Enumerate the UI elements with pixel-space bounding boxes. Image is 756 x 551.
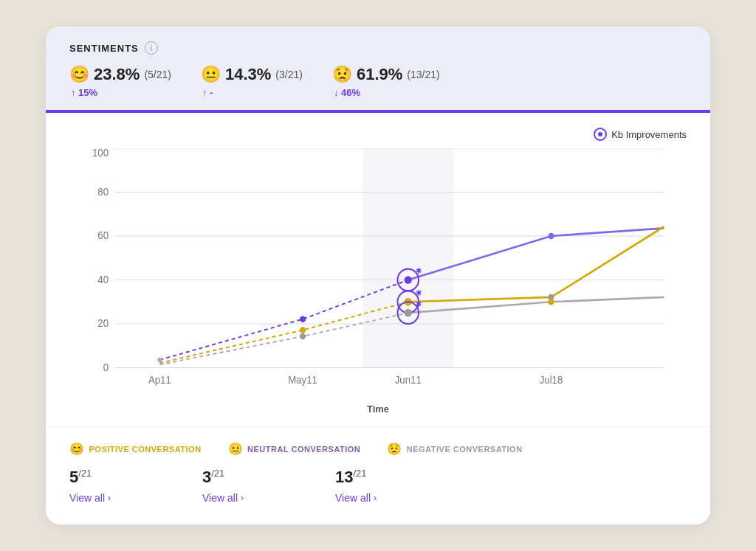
negative-total: /21: [353, 468, 366, 479]
negative-emoji: 😟: [332, 65, 352, 84]
positive-percentage: 23.8%: [94, 65, 140, 84]
svg-point-17: [300, 316, 306, 323]
negative-count-group: 13/21 View all ›: [335, 468, 468, 503]
svg-text:100: 100: [92, 148, 109, 159]
neutral-count: (3/21): [275, 69, 303, 80]
page-title: SENTIMENTS: [69, 43, 139, 54]
neutral-cat-text: NEUTRAL CONVERSATION: [247, 445, 360, 454]
chart-container: 0 20 40 60 80 100 Ap11 May11 Jun11 Jul18: [69, 148, 687, 399]
svg-point-21: [405, 277, 412, 285]
negative-cat-emoji: 😟: [387, 442, 402, 456]
neutral-emoji: 😐: [201, 65, 221, 84]
svg-text:Ap11: Ap11: [148, 375, 171, 386]
negative-category-label: 😟 NEGATIVE CONVERSATION: [387, 442, 522, 456]
svg-text:0: 0: [103, 362, 109, 373]
positive-emoji: 😊: [69, 65, 89, 84]
neutral-total: /21: [211, 468, 224, 479]
legend-dot: [598, 132, 602, 136]
svg-text:Jul18: Jul18: [540, 375, 563, 386]
svg-text:40: 40: [97, 274, 109, 285]
positive-view-all[interactable]: View all ›: [69, 492, 202, 504]
svg-text:✱: ✱: [416, 289, 422, 297]
positive-count-group: 5/21 View all ›: [69, 468, 202, 503]
positive-chevron-icon: ›: [108, 493, 111, 503]
svg-text:✱: ✱: [416, 267, 422, 275]
positive-change: ↑ 15%: [69, 87, 171, 98]
svg-text:May11: May11: [288, 375, 317, 386]
info-icon[interactable]: i: [145, 41, 158, 55]
legend-label: Kb Improvements: [611, 129, 687, 140]
stat-negative: 😟 61.9% (13/21) ↓ 46%: [332, 65, 440, 98]
positive-count-value: 5/21: [69, 468, 202, 487]
svg-text:80: 80: [97, 187, 109, 198]
sentiments-header: SENTIMENTS i 😊 23.8% (5/21) ↑ 15% 😐 14.3…: [46, 27, 710, 110]
negative-count-value: 13/21: [335, 468, 468, 487]
stat-neutral: 😐 14.3% (3/21) ↑ -: [201, 65, 303, 98]
svg-point-32: [157, 358, 162, 362]
chart-section: Kb Improvements 0 20 40 60 80 100: [46, 113, 710, 426]
negative-chevron-icon: ›: [374, 493, 377, 503]
negative-cat-text: NEGATIVE CONVERSATION: [407, 445, 523, 454]
title-row: SENTIMENTS i: [69, 41, 687, 55]
svg-point-29: [548, 233, 554, 240]
x-axis-label: Time: [69, 399, 687, 426]
svg-text:Jun11: Jun11: [395, 375, 422, 386]
negative-change: ↓ 46%: [332, 87, 440, 98]
neutral-chevron-icon: ›: [241, 493, 244, 503]
legend-icon: [594, 128, 607, 141]
svg-text:20: 20: [97, 318, 109, 329]
negative-view-all[interactable]: View all ›: [335, 492, 468, 504]
bottom-section: 😊 POSITIVE CONVERSATION 😐 NEUTRAL CONVER…: [46, 426, 710, 524]
sentiments-stats: 😊 23.8% (5/21) ↑ 15% 😐 14.3% (3/21) ↑ - …: [69, 65, 687, 98]
svg-point-19: [300, 333, 306, 340]
svg-point-18: [300, 328, 306, 334]
neutral-view-all[interactable]: View all ›: [202, 492, 335, 504]
positive-count: (5/21): [144, 69, 171, 80]
svg-point-31: [548, 299, 554, 305]
stat-positive: 😊 23.8% (5/21) ↑ 15%: [69, 65, 171, 98]
neutral-category-label: 😐 NEUTRAL CONVERSATION: [228, 442, 361, 456]
negative-count: (13/21): [407, 69, 439, 80]
negative-percentage: 61.9%: [357, 65, 402, 84]
positive-cat-text: POSITIVE CONVERSATION: [89, 445, 202, 454]
svg-text:60: 60: [97, 230, 109, 241]
categories-row: 😊 POSITIVE CONVERSATION 😐 NEUTRAL CONVER…: [69, 442, 687, 456]
svg-rect-0: [363, 148, 453, 368]
neutral-change: ↑ -: [201, 87, 303, 98]
chart-legend: Kb Improvements: [69, 128, 687, 141]
svg-point-27: [405, 309, 412, 317]
counts-row: 5/21 View all › 3/21 View all ›: [69, 468, 687, 503]
neutral-cat-emoji: 😐: [228, 442, 244, 456]
neutral-percentage: 14.3%: [225, 65, 271, 84]
neutral-count-value: 3/21: [202, 468, 335, 487]
main-card: SENTIMENTS i 😊 23.8% (5/21) ↑ 15% 😐 14.3…: [46, 27, 710, 524]
neutral-count-group: 3/21 View all ›: [202, 468, 335, 503]
line-chart: 0 20 40 60 80 100 Ap11 May11 Jun11 Jul18: [69, 148, 687, 399]
svg-text:✱: ✱: [416, 300, 422, 308]
positive-cat-emoji: 😊: [69, 442, 85, 456]
positive-category-label: 😊 POSITIVE CONVERSATION: [69, 442, 202, 456]
positive-total: /21: [78, 468, 92, 479]
